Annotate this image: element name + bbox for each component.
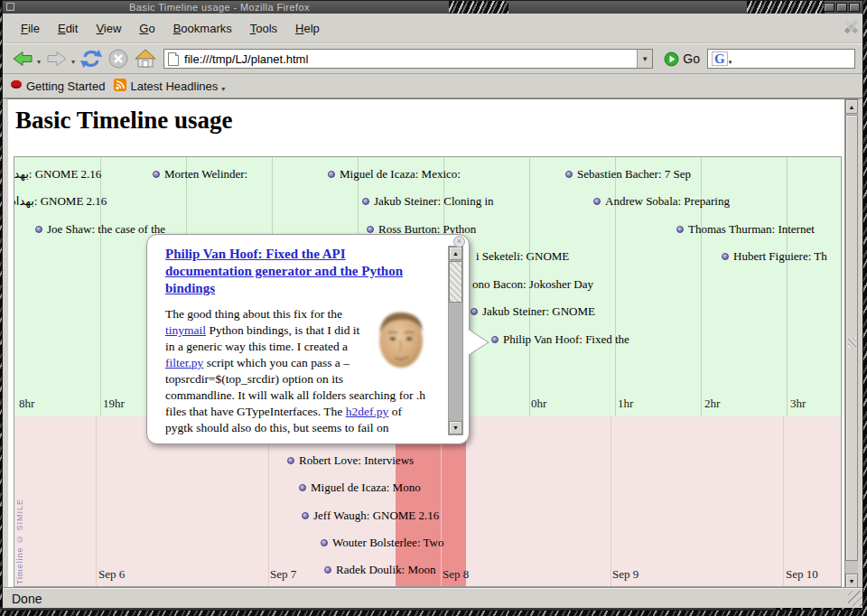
bubble-link-tinymail[interactable]: tinymail [165, 323, 206, 337]
event-label[interactable]: i Seketeli: GNOME [476, 250, 569, 263]
scroll-down-icon[interactable]: ▼ [449, 421, 462, 434]
scroll-down-icon[interactable]: ▼ [845, 574, 858, 588]
bookmark-label: Getting Started [26, 79, 105, 93]
bubble-close-icon[interactable]: × [453, 236, 465, 247]
event-dot-icon[interactable] [491, 336, 499, 343]
event-dot-icon[interactable] [722, 253, 729, 260]
timeline-event[interactable]: Miguel de Icaza: Mexico: [328, 168, 461, 181]
scroll-up-icon[interactable]: ▲ [449, 247, 462, 260]
timeline-event[interactable]: Morten Welinder: [153, 168, 247, 181]
bubble-title-link[interactable]: Philip Van Hoof: Fixed the API documenta… [165, 246, 427, 297]
bookmark-getting-started[interactable]: Getting Started [10, 79, 105, 93]
timeline-event[interactable]: Philip Van Hoof: Fixed the [491, 333, 629, 346]
event-dot-icon[interactable] [362, 198, 369, 205]
stop-button[interactable] [106, 46, 131, 71]
event-label[interactable]: بهداد: GNOME 2.16 [14, 168, 101, 181]
event-dot-icon[interactable] [676, 226, 684, 233]
event-label[interactable]: Wouter Bolsterlee: Two [332, 537, 443, 549]
bubble-scrollbar[interactable]: ▲ ▼ [448, 246, 463, 435]
forward-dropdown-icon[interactable]: ▾ [71, 58, 75, 66]
go-button[interactable]: Go [658, 47, 705, 70]
bubble-link-h2def.py[interactable]: h2def.py [346, 405, 389, 418]
event-label[interactable]: Thomas Thurman: Internet [688, 223, 815, 236]
menu-tools[interactable]: Tools [241, 17, 286, 40]
event-dot-icon[interactable] [299, 484, 306, 491]
menu-bookmarks[interactable]: Bookmarks [164, 17, 241, 40]
bubble-scrollbar-thumb[interactable] [449, 261, 462, 303]
status-bar: Done [3, 588, 862, 608]
minimize-button[interactable] [824, 3, 834, 12]
event-label[interactable]: Jakub Steiner: Cloning in [374, 195, 494, 208]
event-dot-icon[interactable] [471, 308, 478, 315]
event-label[interactable]: بهداد: GNOME 2.16 [14, 195, 107, 208]
event-dot-icon[interactable] [321, 539, 328, 546]
back-dropdown-icon[interactable]: ▾ [37, 58, 41, 66]
scroll-up-icon[interactable]: ▲ [845, 99, 858, 114]
timeline-event[interactable]: Andrew Sobala: Preparing [593, 195, 730, 208]
url-dropdown-button[interactable]: ▼ [637, 50, 652, 68]
event-dot-icon[interactable] [593, 198, 601, 205]
event-label[interactable]: Robert Love: Interviews [299, 454, 414, 467]
search-engine-dropdown-icon[interactable]: ▾ [729, 59, 732, 66]
page-scrollbar[interactable]: ▲ ▼ [844, 99, 858, 588]
event-label[interactable]: Radek Doulik: Moon [336, 564, 436, 576]
window-titlebar[interactable]: Basic Timeline usage - Mozilla Firefox [3, 1, 862, 14]
menu-edit[interactable]: Edit [49, 17, 87, 40]
timeline-event[interactable]: i Seketeli: GNOME [476, 250, 569, 263]
event-dot-icon[interactable] [153, 171, 160, 178]
hour-label: 3hr [790, 397, 806, 411]
event-label[interactable]: Morten Welinder: [164, 168, 247, 181]
event-dot-icon[interactable] [367, 226, 374, 233]
timeline-event[interactable]: ono Bacon: Jokosher Day [472, 278, 593, 291]
reload-icon [79, 48, 103, 70]
event-label[interactable]: Sebastien Bacher: 7 Sep [577, 168, 691, 181]
menu-go[interactable]: Go [130, 17, 163, 40]
timeline-event[interactable]: Jakub Steiner: Cloning in [362, 195, 494, 208]
timeline-event[interactable]: Joe Shaw: the case of the [35, 223, 165, 236]
event-dot-icon[interactable] [302, 512, 309, 519]
timeline-event[interactable]: Jeff Waugh: GNOME 2.16 [302, 509, 439, 522]
timeline-event[interactable]: بهداد: GNOME 2.16 [14, 168, 101, 181]
timeline-event[interactable]: Radek Doulik: Moon [324, 564, 436, 576]
timeline-event[interactable]: Jakub Steiner: GNOME [471, 305, 595, 318]
event-label[interactable]: Andrew Sobala: Preparing [605, 195, 730, 208]
timeline-event[interactable]: Thomas Thurman: Internet [676, 223, 815, 236]
event-label[interactable]: Jeff Waugh: GNOME 2.16 [313, 509, 439, 522]
home-button[interactable] [133, 46, 158, 71]
event-dot-icon[interactable] [328, 171, 335, 178]
menu-help[interactable]: Help [286, 17, 329, 40]
timeline-event[interactable]: Robert Love: Interviews [287, 454, 414, 467]
url-input[interactable]: file:///tmp/LJ/planet.html [184, 52, 637, 66]
timeline-event[interactable]: Hubert Figuiere: Th [722, 250, 827, 263]
window-title: Basic Timeline usage - Mozilla Firefox [129, 2, 310, 13]
close-button[interactable] [849, 3, 860, 12]
navigation-toolbar: ▾ ▾ [3, 43, 862, 74]
timeline-event[interactable]: Wouter Bolsterlee: Two [321, 537, 443, 549]
event-label[interactable]: Joe Shaw: the case of the [47, 223, 165, 236]
reload-button[interactable] [79, 46, 104, 71]
timeline-event[interactable]: بهداد: GNOME 2.16 [14, 195, 107, 208]
maximize-button[interactable] [836, 3, 847, 12]
event-dot-icon[interactable] [324, 566, 331, 574]
search-input[interactable]: G ▾ [707, 49, 855, 69]
forward-button[interactable] [44, 46, 70, 71]
timeline-event[interactable]: Miguel de Icaza: Mono [299, 481, 421, 494]
event-dot-icon[interactable] [287, 457, 294, 464]
event-label[interactable]: Miguel de Icaza: Mexico: [340, 168, 461, 181]
page-scrollbar-thumb[interactable] [845, 115, 858, 561]
url-bar[interactable]: file:///tmp/LJ/planet.html ▼ [163, 49, 653, 69]
resize-grip-icon[interactable] [848, 591, 862, 606]
bubble-link-filter.py[interactable]: filter.py [165, 356, 203, 369]
event-dot-icon[interactable] [35, 226, 42, 233]
event-dot-icon[interactable] [565, 171, 573, 178]
menu-view[interactable]: View [87, 17, 130, 40]
event-label[interactable]: ono Bacon: Jokosher Day [472, 278, 593, 291]
event-label[interactable]: Jakub Steiner: GNOME [482, 305, 595, 318]
back-button[interactable] [10, 46, 35, 71]
event-label[interactable]: Hubert Figuiere: Th [733, 250, 827, 263]
bookmark-latest-headlines[interactable]: Latest Headlines▾ [114, 79, 227, 94]
timeline-event[interactable]: Sebastien Bacher: 7 Sep [565, 168, 691, 181]
event-label[interactable]: Philip Van Hoof: Fixed the [503, 333, 629, 346]
event-label[interactable]: Miguel de Icaza: Mono [311, 481, 421, 494]
menu-file[interactable]: File [12, 17, 49, 40]
